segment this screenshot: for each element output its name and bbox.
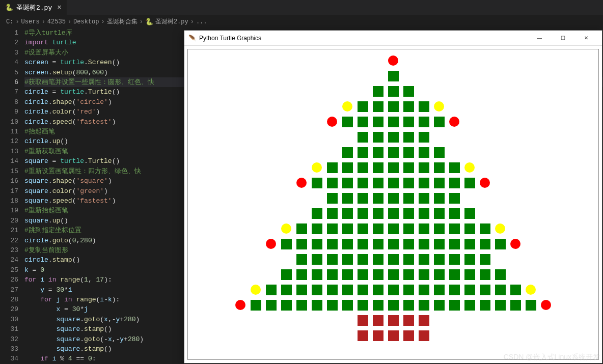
tree-square	[373, 254, 383, 265]
tree-square	[464, 239, 475, 249]
tree-square	[281, 300, 292, 311]
tree-square	[388, 193, 399, 204]
ornament-dot	[281, 223, 291, 234]
tree-square	[373, 147, 383, 158]
editor-tab[interactable]: 🐍 圣诞树2.py ×	[0, 0, 67, 15]
tree-square	[480, 285, 490, 295]
tree-square	[403, 239, 414, 249]
tree-square	[373, 330, 383, 341]
tree-square	[419, 193, 429, 204]
tree-square	[388, 86, 399, 97]
line-gutter: 1234567891011121314151617181920212223242…	[0, 28, 24, 363]
tree-square	[373, 315, 383, 326]
breadcrumb-segment[interactable]: ...	[196, 18, 207, 25]
tree-square	[312, 223, 322, 234]
tree-square	[327, 178, 338, 188]
breadcrumb-segment[interactable]: Desktop	[73, 18, 99, 25]
tree-square	[419, 223, 429, 234]
tree-square	[419, 117, 429, 127]
maximize-button[interactable]: ☐	[551, 31, 574, 46]
tree-square	[373, 101, 383, 112]
tree-square	[449, 239, 460, 249]
tree-square	[495, 300, 506, 311]
tree-square	[449, 162, 460, 173]
tree-square	[266, 300, 277, 311]
tree-square	[388, 117, 399, 127]
tree-square	[358, 315, 368, 326]
breadcrumb-segment[interactable]: C:	[6, 18, 13, 25]
tree-square	[480, 239, 490, 249]
breadcrumb-segment[interactable]: 圣诞树合集	[107, 17, 138, 26]
tree-square	[526, 300, 536, 311]
window-titlebar[interactable]: 🪶 Python Turtle Graphics — ☐ ✕	[184, 31, 602, 46]
tree-square	[434, 117, 445, 127]
ornament-dot	[296, 178, 307, 188]
tree-square	[358, 285, 368, 295]
tree-square	[403, 117, 414, 127]
close-button[interactable]: ✕	[574, 31, 598, 46]
tree-square	[403, 223, 414, 234]
tree-square	[449, 269, 460, 280]
tree-square	[358, 132, 368, 143]
tree-square	[464, 223, 475, 234]
tree-square	[434, 300, 445, 311]
python-file-icon: 🐍	[5, 4, 13, 12]
ornament-dot	[235, 300, 245, 310]
tree-square	[358, 178, 368, 188]
tree-square	[403, 147, 414, 158]
chevron-right-icon: ›	[15, 18, 19, 25]
breadcrumb[interactable]: C: › Users › 42535 › Desktop › 圣诞树合集 › 🐍…	[0, 15, 603, 28]
tree-square	[480, 254, 490, 265]
tree-square	[419, 162, 429, 173]
breadcrumb-segment[interactable]: 圣诞树2.py	[155, 17, 188, 26]
tree-square	[266, 285, 277, 295]
tree-square	[464, 300, 475, 311]
tree-square	[358, 147, 368, 158]
tree-square	[373, 117, 383, 127]
tree-square	[388, 300, 399, 311]
tree-square	[388, 315, 399, 326]
tree-square	[281, 239, 292, 249]
tree-square	[388, 330, 399, 341]
watermark-text: CSDN @嵌入式Linux系统开发	[504, 353, 600, 362]
tree-square	[419, 300, 429, 311]
minimize-button[interactable]: —	[528, 31, 551, 46]
tree-square	[434, 147, 445, 158]
tree-square	[434, 193, 445, 204]
tree-square	[388, 254, 399, 265]
tree-square	[296, 239, 307, 249]
tree-square	[464, 269, 475, 280]
tree-square	[419, 285, 429, 295]
ornament-dot	[510, 239, 520, 249]
tree-square	[327, 162, 338, 173]
tab-filename: 圣诞树2.py	[16, 3, 52, 12]
tree-square	[373, 300, 383, 311]
tree-square	[327, 269, 338, 280]
tree-square	[296, 300, 307, 311]
breadcrumb-segment[interactable]: Users	[21, 18, 40, 25]
breadcrumb-segment[interactable]: 42535	[47, 18, 66, 25]
tree-square	[373, 239, 383, 249]
tree-square	[327, 285, 338, 295]
tree-square	[403, 178, 414, 188]
tree-square	[373, 132, 383, 143]
tree-square	[403, 86, 414, 97]
tree-square	[342, 285, 353, 295]
tree-square	[373, 269, 383, 280]
tree-square	[327, 223, 338, 234]
tree-square	[312, 285, 322, 295]
tree-square	[358, 162, 368, 173]
tree-square	[358, 254, 368, 265]
tree-square	[434, 178, 445, 188]
turtle-output-window: 🪶 Python Turtle Graphics — ☐ ✕	[184, 30, 602, 363]
ornament-dot	[464, 162, 475, 173]
chevron-right-icon: ›	[68, 18, 71, 25]
tree-square	[342, 147, 353, 158]
ornament-dot	[495, 223, 505, 234]
tree-square	[419, 315, 429, 326]
tree-square	[358, 300, 368, 311]
tree-square	[495, 285, 506, 295]
tree-square	[464, 254, 475, 265]
tree-square	[480, 223, 490, 234]
tab-close-icon[interactable]: ×	[57, 4, 61, 12]
